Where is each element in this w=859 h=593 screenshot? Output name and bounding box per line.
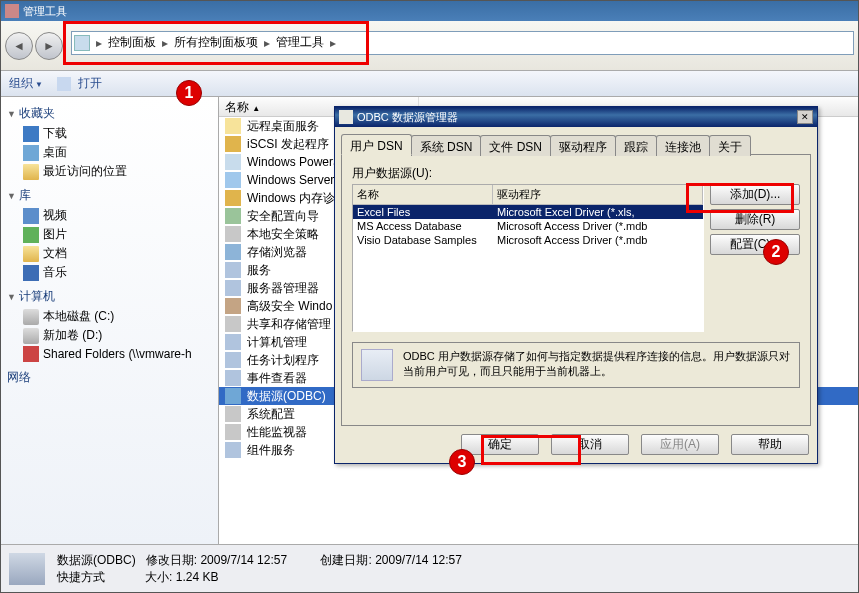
status-info: 数据源(ODBC) 修改日期: 2009/7/14 12:57 创建日期: 20… <box>57 552 462 586</box>
app-icon <box>5 4 19 18</box>
dsn-row[interactable]: Visio Database SamplesMicrosoft Access D… <box>353 233 703 247</box>
file-icon <box>225 172 241 188</box>
cancel-button[interactable]: 取消 <box>551 434 629 455</box>
chevron-right-icon[interactable]: ▸ <box>262 36 272 50</box>
col-dsn-driver[interactable]: 驱动程序 <box>493 185 703 204</box>
file-icon <box>225 334 241 350</box>
toolbar: 组织▼ 打开 <box>1 71 858 97</box>
crumb-0[interactable]: 控制面板 <box>104 34 160 51</box>
tree-item-documents[interactable]: 文档 <box>23 244 214 263</box>
favorites-group[interactable]: ▼ 收藏夹 <box>7 105 214 122</box>
dsn-driver: Microsoft Access Driver (*.mdb <box>497 234 699 246</box>
back-button[interactable]: ◄ <box>5 32 33 60</box>
tab-system-dsn[interactable]: 系统 DSN <box>411 135 482 156</box>
add-button[interactable]: 添加(D)... <box>710 184 800 205</box>
nav-bar: ◄ ► ▸ 控制面板 ▸ 所有控制面板项 ▸ 管理工具 ▸ <box>1 21 858 71</box>
tree-item-video[interactable]: 视频 <box>23 206 214 225</box>
tree-item-downloads[interactable]: 下载 <box>23 124 214 143</box>
dialog-titlebar[interactable]: ODBC 数据源管理器 ✕ <box>335 107 817 127</box>
file-icon <box>225 388 241 404</box>
computer-group[interactable]: ▼ 计算机 <box>7 288 214 305</box>
remove-button[interactable]: 删除(R) <box>710 209 800 230</box>
crumb-2[interactable]: 管理工具 <box>272 34 328 51</box>
file-icon <box>225 298 241 314</box>
window-title: 管理工具 <box>23 4 67 19</box>
tree-item-desktop[interactable]: 桌面 <box>23 143 214 162</box>
libraries-group[interactable]: ▼ 库 <box>7 187 214 204</box>
file-icon <box>225 316 241 332</box>
disk-icon <box>23 328 39 344</box>
titlebar[interactable]: 管理工具 <box>1 1 858 21</box>
crumb-1[interactable]: 所有控制面板项 <box>170 34 262 51</box>
dialog-actions: 确定 取消 应用(A) 帮助 <box>341 426 811 457</box>
organize-menu[interactable]: 组织▼ <box>9 75 43 92</box>
info-box: ODBC 用户数据源存储了如何与指定数据提供程序连接的信息。用户数据源只对当前用… <box>352 342 800 388</box>
recent-icon <box>23 164 39 180</box>
download-icon <box>23 126 39 142</box>
network-group[interactable]: 网络 <box>7 369 214 386</box>
dsn-list[interactable]: 名称 驱动程序 Excel FilesMicrosoft Excel Drive… <box>352 184 704 332</box>
file-icon <box>225 136 241 152</box>
dsn-driver: Microsoft Excel Driver (*.xls, <box>497 206 699 218</box>
dsn-row[interactable]: MS Access DatabaseMicrosoft Access Drive… <box>353 219 703 233</box>
dsn-list-label: 用户数据源(U): <box>352 165 800 182</box>
file-icon <box>225 280 241 296</box>
open-icon <box>57 77 71 91</box>
folder-icon <box>74 35 90 51</box>
col-dsn-name[interactable]: 名称 <box>353 185 493 204</box>
file-icon <box>225 370 241 386</box>
open-button[interactable]: 打开 <box>57 75 102 92</box>
picture-icon <box>23 227 39 243</box>
dialog-icon <box>339 110 353 124</box>
document-icon <box>23 246 39 262</box>
status-icon <box>9 553 45 585</box>
tab-pooling[interactable]: 连接池 <box>656 135 710 156</box>
share-icon <box>23 346 39 362</box>
tree-item-c[interactable]: 本地磁盘 (C:) <box>23 307 214 326</box>
music-icon <box>23 265 39 281</box>
collapse-icon[interactable]: ▼ <box>7 191 16 201</box>
collapse-icon[interactable]: ▼ <box>7 109 16 119</box>
nav-tree[interactable]: ▼ 收藏夹 下载 桌面 最近访问的位置 ▼ 库 视频 图片 <box>1 97 219 544</box>
tree-item-pictures[interactable]: 图片 <box>23 225 214 244</box>
info-icon <box>361 349 393 381</box>
dsn-row[interactable]: Excel FilesMicrosoft Excel Driver (*.xls… <box>353 205 703 219</box>
odbc-dialog[interactable]: ODBC 数据源管理器 ✕ 用户 DSN 系统 DSN 文件 DSN 驱动程序 … <box>334 106 818 464</box>
breadcrumb[interactable]: ▸ 控制面板 ▸ 所有控制面板项 ▸ 管理工具 ▸ <box>71 31 854 55</box>
disk-icon <box>23 309 39 325</box>
tab-user-dsn[interactable]: 用户 DSN <box>341 134 412 155</box>
file-icon <box>225 244 241 260</box>
tree-item-d[interactable]: 新加卷 (D:) <box>23 326 214 345</box>
desktop-icon <box>23 145 39 161</box>
forward-button[interactable]: ► <box>35 32 63 60</box>
ok-button[interactable]: 确定 <box>461 434 539 455</box>
tree-item-shared[interactable]: Shared Folders (\\vmware-h <box>23 345 214 363</box>
tab-drivers[interactable]: 驱动程序 <box>550 135 616 156</box>
info-text: ODBC 用户数据源存储了如何与指定数据提供程序连接的信息。用户数据源只对当前用… <box>403 349 791 379</box>
tab-file-dsn[interactable]: 文件 DSN <box>480 135 551 156</box>
chevron-right-icon[interactable]: ▸ <box>94 36 104 50</box>
chevron-right-icon[interactable]: ▸ <box>328 36 338 50</box>
dsn-name: MS Access Database <box>357 220 497 232</box>
annotation-callout-2: 2 <box>763 239 789 265</box>
status-bar: 数据源(ODBC) 修改日期: 2009/7/14 12:57 创建日期: 20… <box>1 544 858 592</box>
help-button[interactable]: 帮助 <box>731 434 809 455</box>
collapse-icon[interactable]: ▼ <box>7 292 16 302</box>
tab-strip: 用户 DSN 系统 DSN 文件 DSN 驱动程序 跟踪 连接池 关于 <box>341 133 811 155</box>
file-icon <box>225 118 241 134</box>
tab-panel: 用户数据源(U): 名称 驱动程序 Excel FilesMicrosoft E… <box>341 155 811 426</box>
annotation-callout-3: 3 <box>449 449 475 475</box>
file-icon <box>225 190 241 206</box>
tab-about[interactable]: 关于 <box>709 135 751 156</box>
file-icon <box>225 208 241 224</box>
apply-button[interactable]: 应用(A) <box>641 434 719 455</box>
dsn-name: Excel Files <box>357 206 497 218</box>
file-icon <box>225 352 241 368</box>
file-icon <box>225 424 241 440</box>
close-button[interactable]: ✕ <box>797 110 813 124</box>
tree-item-recent[interactable]: 最近访问的位置 <box>23 162 214 181</box>
file-icon <box>225 442 241 458</box>
chevron-right-icon[interactable]: ▸ <box>160 36 170 50</box>
tree-item-music[interactable]: 音乐 <box>23 263 214 282</box>
tab-tracing[interactable]: 跟踪 <box>615 135 657 156</box>
